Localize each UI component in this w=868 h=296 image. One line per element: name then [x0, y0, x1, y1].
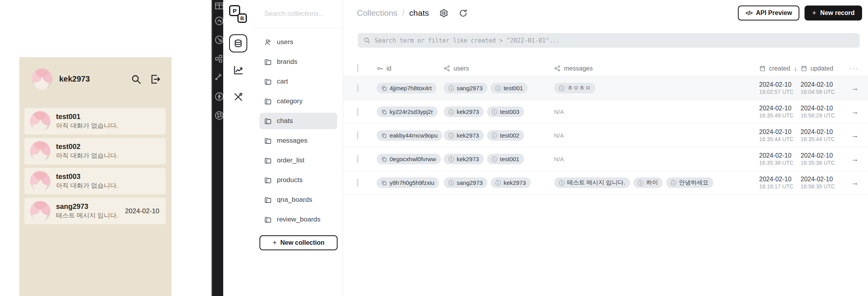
gauge-icon[interactable] [214, 16, 223, 26]
column-header-created[interactable]: created ↓ [759, 65, 801, 72]
user-pill[interactable]: ⓘsang2973 [444, 177, 487, 188]
flow-arrow-icon[interactable] [214, 72, 223, 82]
sidebar-item-review-boards[interactable]: review_boards [259, 211, 337, 228]
sidebar-item-messages[interactable]: messages [259, 132, 337, 149]
chat-app-header: kek2973 [19, 57, 172, 89]
sidebar-item-chats[interactable]: chats [259, 113, 337, 129]
user-pill[interactable]: ⓘtest002 [487, 130, 524, 141]
user-pill[interactable]: ⓘkek2973 [444, 154, 484, 164]
row-checkbox[interactable] [357, 108, 358, 116]
table-row[interactable]: ky224r2sd3ypj2r ⓘkek2973 ⓘtest003 N/A 20… [343, 100, 868, 124]
row-checkbox[interactable] [357, 84, 358, 92]
created-date: 2024-02-10 [759, 104, 801, 112]
message-pill[interactable]: ⓘ테스트 메시지 입니다. [554, 177, 630, 188]
chat-list-item[interactable]: test001 아직 대화가 없습니다. [24, 108, 166, 134]
nav-collections-button[interactable] [229, 34, 247, 52]
folder-icon [264, 137, 272, 145]
chat-list-item[interactable]: test002 아직 대화가 없습니다. [24, 138, 166, 164]
new-record-button[interactable]: + New record [805, 6, 862, 20]
sidebar-item-order-list[interactable]: order_list [259, 152, 337, 169]
column-header-updated[interactable]: updated [801, 65, 848, 72]
column-options-button[interactable]: ··· [848, 64, 859, 73]
row-expand-button[interactable]: → [851, 179, 859, 187]
column-header-id[interactable]: id [377, 65, 444, 72]
chat-preview: 테스트 메시지 입니다. [56, 212, 119, 220]
row-expand-button[interactable]: → [851, 131, 859, 140]
updated-cell: 2024-02-1016:35:38 UTC [801, 152, 848, 167]
table-row[interactable]: y8h7h0g5h9fzxiu ⓘsang2973 ⓘkek2973 ⓘ테스트 … [343, 171, 868, 195]
user-pill[interactable]: ⓘsang2973 [444, 83, 487, 93]
sidebar-item-qna-boards[interactable]: qna_boards [259, 192, 337, 208]
record-id: ky224r2sd3ypj2r [390, 108, 433, 115]
calendar-icon [801, 65, 807, 72]
table-row[interactable]: 0egocxhwl0fvrww ⓘkek2973 ⓘtest001 N/A 20… [343, 147, 868, 171]
user-pill[interactable]: ⓘkek2973 [444, 106, 484, 117]
updated-cell: 2024-02-1016:58:35 UTC [801, 175, 848, 190]
id-pill[interactable]: y8h7h0g5h9fzxiu [377, 177, 439, 188]
info-icon: ⓘ [492, 156, 497, 162]
created-cell: 2024-02-1018:02:57 UTC [759, 81, 801, 96]
collections-search-input[interactable] [264, 10, 335, 18]
chat-search-button[interactable] [131, 74, 142, 85]
row-checkbox[interactable] [357, 131, 358, 140]
column-header-users[interactable]: users [444, 65, 554, 72]
column-label: users [454, 65, 469, 72]
row-checkbox[interactable] [357, 179, 358, 187]
chat-list-item[interactable]: test003 아직 대화가 없습니다. [24, 168, 166, 194]
table-icon[interactable] [214, 1, 223, 11]
sidebar-item-cart[interactable]: cart [259, 73, 337, 90]
record-filter-input[interactable] [375, 37, 854, 44]
chat-name: test001 [56, 112, 159, 121]
info-icon: ⓘ [492, 109, 497, 115]
graph-node-icon[interactable] [214, 35, 223, 45]
row-expand-button[interactable]: → [851, 155, 859, 163]
user-pill[interactable]: ⓘkek2973 [444, 130, 484, 141]
select-all-checkbox[interactable] [357, 64, 358, 73]
blocks-icon[interactable] [214, 54, 223, 64]
created-cell: 2024-02-1016:35:44 UTC [759, 128, 801, 143]
table-row[interactable]: 4jjmep7h8tox4rt ⓘsang2973 ⓘtest001 ⓘㅎㅇㅎㅇ… [343, 76, 868, 100]
row-expand-button[interactable]: → [851, 84, 859, 92]
row-expand-button[interactable]: → [851, 108, 859, 116]
refresh-button[interactable] [459, 9, 468, 18]
record-id: eakby44rncw9opu [390, 132, 438, 139]
info-icon: ⓘ [671, 180, 676, 186]
copy-icon [381, 133, 387, 138]
collection-label: messages [277, 137, 307, 145]
folder-icon [264, 98, 272, 105]
table-row[interactable]: eakby44rncw9opu ⓘkek2973 ⓘtest002 N/A 20… [343, 124, 868, 147]
sidebar-item-users[interactable]: users [259, 34, 337, 50]
sidebar-item-brands[interactable]: brands [259, 54, 337, 70]
id-pill[interactable]: eakby44rncw9opu [377, 130, 442, 141]
id-pill[interactable]: ky224r2sd3ypj2r [377, 106, 438, 117]
column-header-messages[interactable]: messages [554, 65, 759, 72]
table-header: id users messages created ↓ updated ··· [343, 61, 868, 76]
sidebar-item-category[interactable]: category [259, 93, 337, 110]
collection-settings-button[interactable] [439, 9, 448, 18]
palette-icon[interactable] [214, 110, 223, 121]
api-preview-button[interactable]: </> API Preview [738, 6, 799, 20]
chat-logout-button[interactable] [150, 74, 161, 85]
lightning-circle-icon[interactable] [214, 91, 223, 102]
info-icon: ⓘ [495, 180, 501, 186]
user-pill[interactable]: ⓘtest001 [491, 83, 528, 93]
chat-name: test003 [56, 172, 159, 181]
id-pill[interactable]: 4jjmep7h8tox4rt [377, 83, 437, 93]
user-pill[interactable]: ⓘtest001 [487, 154, 524, 164]
breadcrumb-current: chats [409, 8, 429, 18]
user-pill[interactable]: ⓘtest003 [487, 106, 524, 117]
message-pill[interactable]: ⓘㅎㅇㅎㅇ [554, 83, 595, 93]
chat-list-item[interactable]: sang2973 테스트 메시지 입니다. 2024-02-10 [24, 198, 166, 224]
message-text: 하이 [646, 179, 658, 186]
message-pill[interactable]: ⓘ하이 [633, 177, 663, 188]
new-collection-button[interactable]: + New collection [259, 235, 338, 250]
nav-logs-button[interactable] [229, 61, 247, 79]
user-pill[interactable]: ⓘkek2973 [491, 177, 531, 188]
pocketbase-logo[interactable]: P B [229, 5, 247, 23]
id-pill[interactable]: 0egocxhwl0fvrww [377, 154, 441, 164]
nav-settings-button[interactable] [229, 88, 247, 106]
message-pill[interactable]: ⓘ안녕하세요 [666, 177, 713, 188]
sidebar-item-products[interactable]: products [259, 172, 337, 188]
folder-icon [264, 157, 272, 164]
row-checkbox[interactable] [357, 155, 358, 163]
